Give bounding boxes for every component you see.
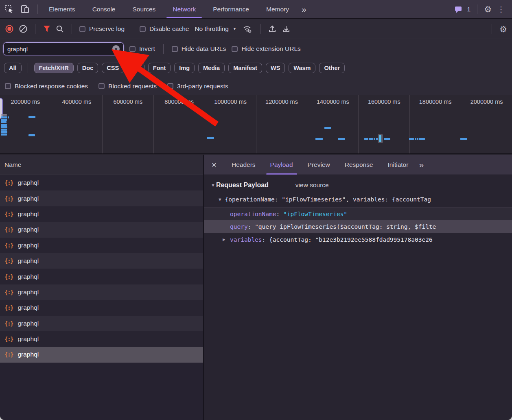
tab-performance[interactable]: Performance xyxy=(204,0,258,18)
customize-menu-icon[interactable]: ⋮ xyxy=(496,5,506,14)
payload-row-variables[interactable]: ▶ variables: {accountTag: "b12e3b2192ee5… xyxy=(204,233,512,246)
hide-extension-urls-checkbox[interactable]: Hide extension URLs xyxy=(232,45,301,52)
blocked-requests-label: Blocked requests xyxy=(108,83,157,90)
chip-manifest[interactable]: Manifest xyxy=(228,63,262,73)
third-party-requests-checkbox[interactable]: 3rd-party requests xyxy=(167,83,228,90)
tab-network[interactable]: Network xyxy=(164,0,204,18)
filter-input[interactable]: graphql × xyxy=(3,42,124,55)
clear-network-log-icon[interactable] xyxy=(19,24,28,33)
request-row[interactable]: {:} graphql xyxy=(0,190,203,206)
checkbox-box[interactable] xyxy=(232,46,238,52)
more-tabs-chevron-icon[interactable]: » xyxy=(298,4,310,14)
network-overview-timeline[interactable]: 200000 ms 400000 ms 600000 ms 800000 ms … xyxy=(0,95,512,154)
tab-payload[interactable]: Payload xyxy=(263,155,300,175)
request-row[interactable]: {:} graphql xyxy=(0,284,203,300)
expand-triangle-icon[interactable]: ▶ xyxy=(223,237,230,242)
issues-message-icon[interactable] xyxy=(454,5,462,13)
payload-row-query-selected[interactable]: query: "query ipFlowTimeseries($accountT… xyxy=(204,220,512,233)
close-details-icon[interactable]: × xyxy=(204,160,224,170)
chip-font[interactable]: Font xyxy=(148,63,171,73)
name-column-header[interactable]: Name xyxy=(0,155,203,175)
network-conditions-icon[interactable] xyxy=(242,24,253,33)
view-source-link[interactable]: view source xyxy=(295,182,329,189)
tab-elements[interactable]: Elements xyxy=(40,0,84,18)
request-name: graphql xyxy=(18,226,39,233)
request-name: graphql xyxy=(18,335,39,343)
filter-funnel-icon[interactable] xyxy=(43,25,51,33)
blocked-requests-checkbox[interactable]: Blocked requests xyxy=(98,83,157,90)
collapse-triangle-icon[interactable]: ▼ xyxy=(219,197,221,202)
checkbox-box[interactable] xyxy=(129,46,136,52)
request-name: graphql xyxy=(18,242,39,249)
hide-data-urls-checkbox[interactable]: Hide data URLs xyxy=(172,45,226,52)
blocked-response-cookies-checkbox[interactable]: Blocked response cookies xyxy=(5,83,88,90)
request-row[interactable]: {:} graphql xyxy=(0,316,203,331)
timeline-tick: 800000 ms xyxy=(154,98,205,105)
chip-js[interactable]: JS xyxy=(127,63,144,73)
tab-console[interactable]: Console xyxy=(84,0,124,18)
checkbox-box[interactable] xyxy=(140,26,146,32)
export-har-icon[interactable] xyxy=(282,24,291,33)
request-row[interactable]: {:} graphql xyxy=(0,331,203,347)
invert-checkbox[interactable]: Invert xyxy=(129,45,155,52)
chip-ws[interactable]: WS xyxy=(266,63,285,73)
inspect-element-icon[interactable] xyxy=(5,5,14,14)
throttling-dropdown[interactable]: No throttling ▼ xyxy=(194,25,237,33)
tab-initiator[interactable]: Initiator xyxy=(381,155,416,175)
checkbox-box[interactable] xyxy=(167,83,173,89)
checkbox-box[interactable] xyxy=(79,26,85,32)
import-har-icon[interactable] xyxy=(268,24,277,33)
request-name: graphql xyxy=(18,179,39,186)
request-row[interactable]: {:} graphql xyxy=(0,206,203,222)
search-icon[interactable] xyxy=(56,25,64,33)
timeline-bar xyxy=(374,138,375,140)
payload-row-operationname[interactable]: operationName: "ipFlowTimeseries" xyxy=(204,207,512,220)
request-row[interactable]: {:} graphql xyxy=(0,238,203,253)
tab-sources[interactable]: Sources xyxy=(124,0,164,18)
tab-response[interactable]: Response xyxy=(337,155,381,175)
request-payload-title[interactable]: Request Payload xyxy=(216,182,269,189)
chip-other[interactable]: Other xyxy=(319,63,345,73)
request-row[interactable]: {:} graphql xyxy=(0,222,203,237)
preserve-log-checkbox[interactable]: Preserve log xyxy=(79,25,125,33)
settings-gear-icon[interactable]: ⚙ xyxy=(484,5,492,13)
checkbox-box[interactable] xyxy=(98,83,105,89)
more-details-tabs-chevron-icon[interactable]: » xyxy=(416,160,426,170)
checkbox-box[interactable] xyxy=(172,46,178,52)
chip-all[interactable]: All xyxy=(4,63,22,73)
tab-memory[interactable]: Memory xyxy=(258,0,298,18)
clear-filter-icon[interactable]: × xyxy=(112,45,120,52)
record-network-log-icon[interactable] xyxy=(5,24,14,33)
json-braces-icon: {:} xyxy=(4,179,13,186)
timeline-tick: 1800000 ms xyxy=(410,98,461,105)
json-braces-icon: {:} xyxy=(4,336,13,342)
payload-preview-row[interactable]: ▼ {operationName: "ipFlowTimeseries", va… xyxy=(219,196,512,203)
disable-cache-checkbox[interactable]: Disable cache xyxy=(140,25,189,33)
collapse-triangle-icon[interactable]: ▼ xyxy=(211,183,215,188)
payload-key: variables xyxy=(230,236,262,243)
timeline-bar xyxy=(417,138,418,140)
timeline-drag-handle[interactable] xyxy=(0,98,3,119)
timeline-bar xyxy=(1,129,7,131)
tab-headers[interactable]: Headers xyxy=(224,155,263,175)
chip-doc[interactable]: Doc xyxy=(77,63,98,73)
issues-count[interactable]: 1 xyxy=(467,6,471,13)
request-row[interactable]: {:} graphql xyxy=(0,300,203,315)
timeline-bar xyxy=(1,126,7,128)
checkbox-box[interactable] xyxy=(5,83,11,89)
tab-preview[interactable]: Preview xyxy=(300,155,337,175)
request-row[interactable]: {:} graphql xyxy=(0,175,203,190)
device-toolbar-icon[interactable] xyxy=(20,5,30,14)
timeline-tick: 1200000 ms xyxy=(256,98,307,105)
chip-media[interactable]: Media xyxy=(198,63,225,73)
request-row-selected[interactable]: {:} graphql xyxy=(0,347,203,362)
network-settings-gear-icon[interactable]: ⚙ xyxy=(499,25,507,33)
chip-wasm[interactable]: Wasm xyxy=(289,63,315,73)
request-row[interactable]: {:} graphql xyxy=(0,253,203,269)
payload-value: "query ipFlowTimeseries($accountTag: str… xyxy=(255,223,436,230)
chip-fetch-xhr[interactable]: Fetch/XHR xyxy=(34,63,74,73)
chip-css[interactable]: CSS xyxy=(102,63,124,73)
chip-img[interactable]: Img xyxy=(174,63,195,73)
request-details-panel: × Headers Payload Preview Response Initi… xyxy=(204,155,512,420)
request-row[interactable]: {:} graphql xyxy=(0,269,203,284)
